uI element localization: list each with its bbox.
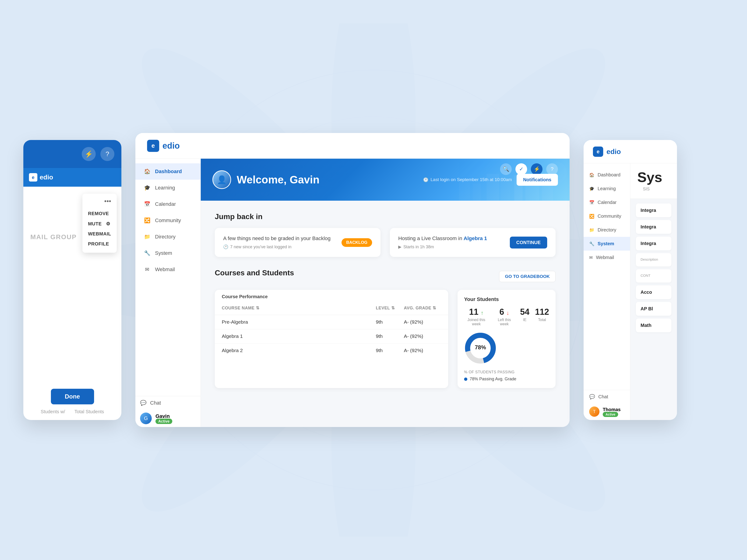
- context-menu-dots[interactable]: •••: [88, 197, 111, 205]
- center-logo-shield: e: [147, 140, 159, 152]
- right-sidebar-item-community[interactable]: 🔀 Community: [584, 209, 630, 223]
- backlog-card-inner: A few things need to be graded in your B…: [223, 235, 372, 249]
- right-user-row: T Thomas Active: [584, 403, 630, 420]
- sidebar-chat-row[interactable]: 💬 Chat: [135, 396, 201, 410]
- svg-text:78%: 78%: [475, 344, 486, 350]
- left-logo-name: edio: [40, 174, 53, 181]
- community-icon: 🔀: [144, 217, 150, 223]
- stat-left: 6 ↓ Left this week: [494, 307, 515, 326]
- stat-total-label: Total: [535, 318, 549, 322]
- right-community-icon: 🔀: [589, 214, 594, 219]
- col-avg-grade[interactable]: AVG. GRADE ⇅: [404, 305, 441, 311]
- sidebar-label-learning: Learning: [155, 185, 175, 191]
- passing-chart-label: % OF STUDENTS PASSING: [464, 370, 549, 374]
- sidebar-item-webmail[interactable]: ✉ Webmail: [135, 261, 201, 278]
- right-body: 🏠 Dashboard 🎓 Learning 📅 Calendar 🔀 Comm…: [584, 163, 677, 420]
- sidebar-item-community[interactable]: 🔀 Community: [135, 212, 201, 229]
- stat-total-value: 112: [535, 307, 549, 317]
- course-level-3: 9th: [376, 348, 404, 353]
- total-students-tab[interactable]: Total Students: [75, 409, 104, 415]
- table-row: Pre-Algebra 9th A- (92%): [215, 315, 448, 329]
- live-classroom-sub: ▶ Starts in 1h 38m: [398, 244, 487, 249]
- sidebar-label-calendar: Calendar: [155, 201, 176, 207]
- stat-ie-label: IE: [520, 318, 530, 322]
- stat-ie: 54 IE: [520, 307, 530, 326]
- right-row-value-2: Integra: [641, 224, 667, 230]
- menu-item-remove[interactable]: REMOVE: [88, 209, 111, 219]
- right-row-value-acco: Acco: [641, 290, 667, 295]
- course-grade-2: A- (92%): [404, 334, 441, 339]
- left-logo-shield: e: [29, 173, 37, 182]
- right-row-value-3: Integra: [641, 241, 667, 246]
- menu-item-profile[interactable]: PROFILE: [88, 239, 111, 249]
- table-row: Algebra 1 9th A- (92%): [215, 329, 448, 344]
- stat-total: 112 Total: [535, 307, 549, 326]
- right-logo-shield: e: [593, 146, 603, 157]
- right-webmail-icon: ✉: [589, 255, 593, 260]
- donut-chart: 78%: [464, 332, 497, 365]
- stat-ie-value: 54: [520, 307, 530, 317]
- right-sidebar-item-learning[interactable]: 🎓 Learning: [584, 182, 630, 195]
- stat-joined-label: Joined this week: [464, 318, 489, 326]
- sidebar-item-dashboard[interactable]: 🏠 Dashboard: [135, 163, 201, 180]
- menu-item-webmail[interactable]: WEBMAIL: [88, 229, 111, 239]
- continue-button[interactable]: CONTINUE: [510, 237, 547, 248]
- sidebar-item-directory[interactable]: 📁 Directory: [135, 229, 201, 245]
- backlog-badge[interactable]: BACKLOG: [341, 238, 372, 247]
- right-learning-icon: 🎓: [589, 186, 594, 191]
- passing-legend-text: 78% Passing Avg. Grade: [470, 377, 516, 381]
- help-icon[interactable]: ?: [100, 147, 114, 161]
- question-icon-btn[interactable]: ?: [546, 163, 558, 175]
- course-name-3: Algebra 2: [222, 348, 376, 353]
- right-footer: 💬 Chat T Thomas Active: [584, 390, 630, 420]
- lightning-icon-btn[interactable]: ⚡: [531, 163, 542, 175]
- right-header: e edio: [584, 140, 677, 163]
- sidebar-item-system[interactable]: 🔧 System: [135, 245, 201, 261]
- right-title-area: Sys SIS: [630, 163, 677, 199]
- backlog-card: A few things need to be graded in your B…: [215, 228, 381, 257]
- right-sidebar-item-webmail[interactable]: ✉ Webmail: [584, 250, 630, 264]
- col-course-name[interactable]: COURSE NAME ⇅: [222, 305, 376, 311]
- main-content: 🔍 ✓ ⚡ ? 👤 Welcome, Gavin 🕐 Last login on…: [201, 159, 570, 427]
- course-performance-label: Course Performance: [215, 290, 448, 301]
- lightning-icon[interactable]: ⚡: [82, 147, 96, 161]
- go-gradebook-button[interactable]: GO TO GRADEBOOK: [499, 271, 556, 282]
- sidebar-item-learning[interactable]: 🎓 Learning: [135, 180, 201, 196]
- course-name-2: Algebra 1: [222, 334, 376, 339]
- algebra-link[interactable]: Algebra 1: [464, 235, 487, 241]
- done-button[interactable]: Done: [51, 389, 94, 404]
- students-with-tab[interactable]: Students w/: [41, 409, 65, 415]
- directory-icon: 📁: [144, 234, 150, 240]
- right-row-cont: CONT: [636, 269, 671, 283]
- right-home-icon: 🏠: [589, 172, 594, 178]
- live-classroom-inner: Hosting a Live Classroom in Algebra 1 ▶ …: [398, 235, 547, 249]
- table-row: Algebra 2 9th A- (92%): [215, 344, 448, 357]
- your-students-title: Your Students: [464, 296, 549, 302]
- menu-item-mute[interactable]: MUTE ⚙: [88, 219, 111, 229]
- right-row-ap-bl: AP Bl: [636, 302, 671, 316]
- students-stats: 11 ↑ Joined this week 6 ↓ Left this week…: [464, 307, 549, 326]
- search-icon-btn[interactable]: 🔍: [500, 163, 512, 175]
- sidebar-item-calendar[interactable]: 📅 Calendar: [135, 196, 201, 212]
- right-row-integra-3: Integra: [636, 237, 671, 250]
- live-classroom-text: Hosting a Live Classroom in Algebra 1 ▶ …: [398, 235, 487, 249]
- right-sidebar-system-label: System: [598, 241, 614, 246]
- right-sidebar-item-system[interactable]: 🔧 System: [584, 237, 630, 250]
- right-sidebar-item-directory[interactable]: 📁 Directory: [584, 223, 630, 237]
- stat-joined-value: 11 ↑: [464, 307, 489, 317]
- sidebar-user-row: G Gavin Active: [135, 410, 201, 427]
- col-level[interactable]: LEVEL ⇅: [376, 305, 404, 311]
- right-chat-row[interactable]: 💬 Chat: [584, 390, 630, 403]
- right-sidebar: 🏠 Dashboard 🎓 Learning 📅 Calendar 🔀 Comm…: [584, 163, 630, 420]
- left-panel: ⚡ ? e edio ••• REMOVE MUTE ⚙ WEBMAIL PRO…: [23, 140, 121, 420]
- right-row-integra-1: Integra: [636, 204, 671, 217]
- sidebar-user-info: Gavin Active: [155, 413, 172, 424]
- notifications-button[interactable]: Notifications: [517, 174, 558, 186]
- right-main: Sys SIS Integra Integra Integra Descript…: [630, 163, 677, 420]
- right-sidebar-dashboard-label: Dashboard: [598, 172, 620, 178]
- starts-in-text: Starts in 1h 38m: [403, 244, 434, 249]
- panels-container: ⚡ ? e edio ••• REMOVE MUTE ⚙ WEBMAIL PRO…: [23, 133, 724, 427]
- check-icon-btn[interactable]: ✓: [515, 163, 527, 175]
- right-sidebar-item-dashboard[interactable]: 🏠 Dashboard: [584, 168, 630, 182]
- right-sidebar-item-calendar[interactable]: 📅 Calendar: [584, 195, 630, 209]
